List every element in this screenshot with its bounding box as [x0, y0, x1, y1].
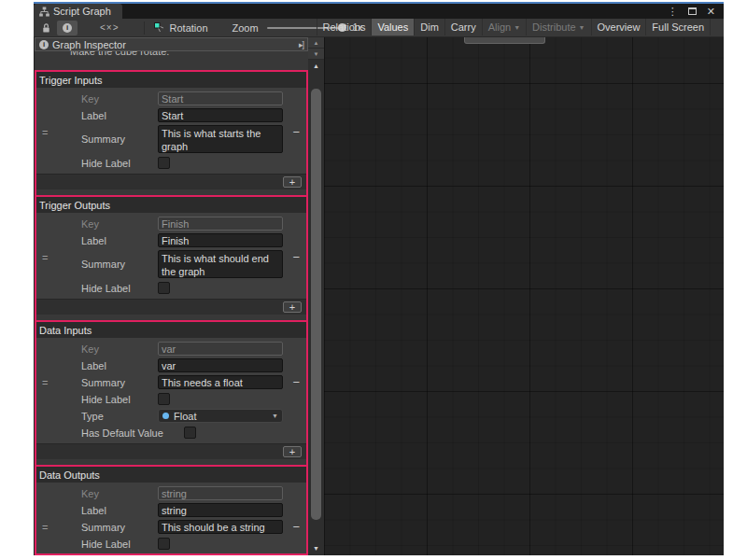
full-screen-button[interactable]: Full Screen [645, 19, 711, 35]
drag-handle-icon[interactable]: = [42, 127, 48, 138]
hide-label-checkbox[interactable] [158, 538, 170, 550]
summary-label: Summary [81, 133, 158, 145]
remove-item-button[interactable]: − [292, 250, 300, 264]
dock-panel-icon[interactable]: ▸] [299, 40, 303, 49]
lock-button[interactable] [38, 21, 53, 35]
add-item-button[interactable]: + [283, 301, 302, 313]
summary-input[interactable]: This is what starts the graph [158, 125, 283, 153]
ports-selection-outline: Trigger Inputs Key Label = [35, 70, 308, 555]
hide-label-checkbox[interactable] [158, 393, 170, 405]
section-footer: + [36, 443, 306, 459]
summary-row: = Summary − [36, 375, 306, 389]
label-input[interactable] [158, 233, 283, 247]
scrollbar-thumb[interactable] [311, 89, 321, 520]
hide-label-row: Hide Label [36, 392, 306, 406]
add-item-button[interactable]: + [283, 446, 302, 457]
scroll-step-up-button[interactable]: ▲ [308, 37, 324, 49]
label-input[interactable] [158, 358, 283, 372]
info-icon: i [63, 23, 72, 33]
dim-values-button[interactable]: <×> [100, 21, 120, 35]
section-body: Key Label = Summary − [36, 338, 306, 443]
graph-inspector-header: i Graph Inspector ▸] [35, 37, 308, 51]
scroll-step-down-button[interactable]: ▼ [308, 49, 324, 60]
label-input[interactable] [158, 503, 283, 517]
tab-title: Script Graph [53, 6, 111, 17]
remove-item-button[interactable]: − [292, 375, 300, 389]
window-controls: ⋮ ✕ [668, 4, 724, 19]
label-input[interactable] [158, 108, 283, 122]
align-button: Align▼ [482, 19, 526, 35]
maximize-icon[interactable] [688, 7, 697, 15]
rotation-breadcrumb[interactable]: Rotation [154, 21, 208, 35]
close-icon[interactable]: ✕ [707, 7, 715, 17]
kebab-menu-icon[interactable]: ⋮ [668, 7, 678, 17]
scrollbar-track[interactable] [308, 73, 324, 542]
section-footer: + [36, 299, 306, 315]
relations-button[interactable]: Relations [317, 19, 372, 35]
remove-item-button[interactable]: − [292, 520, 300, 534]
hide-label-label: Hide Label [81, 283, 158, 294]
section-body: Key Label = Summary This is what should … [36, 213, 306, 299]
summary-input[interactable]: This is what should end the graph [158, 250, 283, 278]
values-button[interactable]: Values [371, 19, 414, 35]
summary-input[interactable] [158, 375, 283, 389]
remove-item-button[interactable]: − [292, 125, 300, 139]
has-default-label: Has Default Value [81, 427, 184, 439]
section-header: Trigger Inputs [36, 72, 306, 88]
key-input [158, 91, 283, 105]
type-dropdown[interactable]: Float ▼ [158, 409, 283, 423]
summary-label: Summary [81, 377, 158, 388]
type-value: Float [174, 411, 267, 422]
window-content: i Graph Inspector ▸] Make the cube rotat… [34, 37, 724, 555]
section-title: Data Inputs [39, 325, 92, 336]
section-trigger-outputs: Trigger Outputs Key Label = [36, 195, 306, 315]
hide-label-checkbox[interactable] [158, 157, 170, 169]
type-row: Type Float ▼ [36, 409, 306, 423]
hide-label-checkbox[interactable] [158, 282, 170, 294]
label-label: Label [81, 505, 158, 516]
type-dropdown[interactable]: String ▼ [158, 553, 283, 555]
carry-button[interactable]: Carry [444, 19, 482, 35]
section-title: Trigger Outputs [39, 200, 110, 211]
key-row: Key [36, 342, 306, 356]
overview-button[interactable]: Overview [591, 19, 646, 35]
scrollbar-up-arrow[interactable]: ▲ [308, 60, 324, 73]
key-row: Key [36, 91, 306, 105]
float-type-icon [162, 413, 169, 419]
distribute-label: Distribute [532, 21, 575, 33]
scrolled-summary-text: Make the cube rotate. [35, 51, 308, 63]
inspector-scrollbar: ▲ ▼ ▲ ▼ [308, 37, 324, 555]
drag-handle-icon[interactable]: = [42, 252, 48, 263]
key-label: Key [81, 343, 158, 355]
graph-node-icon [154, 22, 165, 34]
scrollbar-down-arrow[interactable]: ▼ [308, 542, 324, 555]
graph-canvas[interactable] [324, 37, 724, 555]
zoom-label: Zoom [233, 22, 259, 34]
hide-label-label: Hide Label [81, 158, 158, 169]
carry-label: Carry [451, 21, 476, 33]
key-input [158, 342, 283, 356]
add-item-button[interactable]: + [283, 176, 302, 188]
key-input [158, 217, 283, 231]
drag-handle-icon[interactable]: = [42, 377, 48, 388]
hide-label-label: Hide Label [81, 394, 158, 405]
section-footer: + [36, 174, 306, 189]
has-default-checkbox[interactable] [184, 427, 196, 439]
section-header: Trigger Outputs [36, 197, 306, 213]
full-screen-label: Full Screen [652, 21, 704, 33]
type-label: Type [81, 411, 158, 422]
type-value: String [174, 555, 267, 556]
inspector-toggle-button[interactable]: i [57, 21, 78, 35]
summary-input[interactable] [158, 520, 283, 534]
script-graph-icon [39, 7, 49, 17]
drag-handle-icon[interactable]: = [42, 522, 48, 533]
tab-bar: Script Graph ⋮ ✕ [34, 4, 724, 19]
type-label: Type [81, 555, 158, 556]
key-row: Key [36, 486, 306, 500]
label-label: Label [81, 360, 158, 371]
tab-script-graph[interactable]: Script Graph [34, 4, 122, 19]
label-label: Label [81, 110, 158, 121]
label-row: Label [36, 503, 306, 517]
dim-button[interactable]: Dim [414, 19, 444, 35]
node-fragment[interactable] [464, 37, 545, 44]
